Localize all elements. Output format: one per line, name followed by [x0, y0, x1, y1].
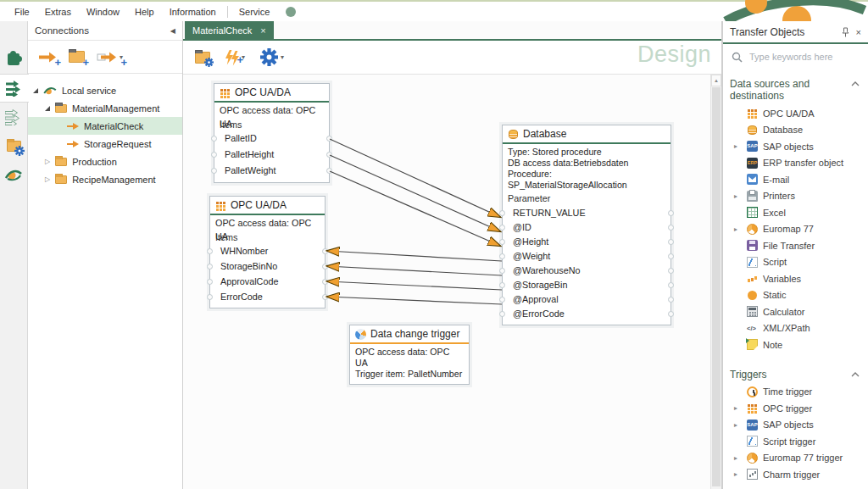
nav-plugins-button[interactable]	[0, 45, 28, 74]
node-header[interactable]: Database	[503, 125, 670, 144]
nav-service-config-button[interactable]	[0, 131, 28, 160]
nav-service-button[interactable]	[0, 160, 28, 189]
section-data-sources-header[interactable]: Data sources and destinations	[730, 76, 865, 105]
canvas-scrollbar[interactable]: ▴	[710, 75, 721, 489]
tree-item-recipemanagement[interactable]: ▷ RecipeManagement	[28, 170, 182, 188]
close-icon[interactable]: ×	[260, 25, 265, 36]
item-database[interactable]: Database	[730, 122, 865, 139]
node-item[interactable]: @Weight	[503, 249, 670, 264]
settings-button[interactable]: ▾	[260, 48, 284, 66]
menu-information[interactable]: Information	[162, 7, 224, 17]
erp-icon	[747, 158, 758, 169]
expander-icon[interactable]: ▸	[734, 454, 737, 462]
item-opc-ua-da[interactable]: OPC UA/DA	[730, 105, 865, 122]
item-charm-trigger[interactable]: ▸Charm trigger	[730, 466, 865, 483]
item-label: Charm trigger	[763, 470, 820, 480]
expander-icon[interactable]: ▸	[734, 421, 737, 429]
tree-item-storagerequest[interactable]: StorageRequest	[28, 135, 182, 153]
tab-materialcheck[interactable]: MaterialCheck ×	[185, 21, 274, 39]
node-item[interactable]: PalletHeight	[214, 147, 329, 163]
node-item[interactable]: @Approval	[503, 292, 670, 307]
tree-item-production[interactable]: ▷ Production	[28, 153, 182, 170]
collapsed-icon[interactable]: ▷	[45, 175, 50, 183]
item-xml-xpath[interactable]: XML/XPath	[730, 320, 865, 337]
node-item[interactable]: @StorageBin	[503, 278, 670, 292]
tree-item-materialmanagement[interactable]: MaterialManagement	[28, 99, 182, 117]
collapsed-icon[interactable]: ▷	[45, 158, 50, 165]
node-opc-source[interactable]: OPC UA/DA OPC access data: OPC UA Items …	[214, 83, 330, 183]
menu-extras[interactable]: Extras	[37, 7, 79, 17]
chevron-up-icon[interactable]	[851, 372, 860, 377]
item-note[interactable]: Note	[730, 336, 865, 353]
tree-item-materialcheck[interactable]: MaterialCheck	[28, 117, 182, 135]
nav-mappings-button[interactable]	[0, 103, 28, 131]
node-item[interactable]: PalletID	[214, 131, 329, 147]
add-transfer-button[interactable]: + ▾	[97, 52, 123, 63]
scrollbar-thumb[interactable]	[712, 87, 721, 486]
item-file-transfer[interactable]: File Transfer	[730, 237, 865, 254]
node-item[interactable]: @Height	[503, 235, 670, 249]
node-header[interactable]: OPC UA/DA	[214, 84, 329, 103]
node-data-change-trigger[interactable]: Data change trigger OPC access data: OPC…	[349, 325, 470, 385]
item-time-trigger[interactable]: Time trigger	[730, 384, 865, 401]
export-arrow-icon	[97, 52, 117, 63]
expander-icon[interactable]: ▸	[734, 192, 737, 200]
item-euromap-77-trigger[interactable]: ▸Euromap 77 trigger	[730, 450, 865, 467]
expander-icon[interactable]: ▸	[734, 142, 737, 150]
nav-connections-button[interactable]	[0, 74, 29, 103]
item-euromap-77[interactable]: ▸Euromap 77	[730, 221, 865, 238]
add-trigger-button[interactable]: + ▾	[225, 50, 245, 65]
add-connection-button[interactable]: +	[38, 52, 57, 63]
plus-icon: +	[54, 57, 61, 68]
item-static[interactable]: Static	[730, 287, 865, 304]
expander-icon[interactable]: ▸	[734, 225, 737, 233]
item-sap-objects[interactable]: ▸SAP objects	[730, 138, 865, 155]
design-canvas[interactable]: OPC UA/DA OPC access data: OPC UA Items …	[183, 75, 721, 489]
item-script-trigger[interactable]: Script trigger	[730, 433, 865, 450]
node-item[interactable]: ApprovalCode	[210, 274, 325, 289]
node-item[interactable]: PalletWeight	[214, 163, 329, 179]
menu-service[interactable]: Service	[231, 7, 278, 17]
expanded-icon[interactable]	[45, 106, 50, 111]
node-opc-target[interactable]: OPC UA/DA OPC access data: OPC UA Items …	[209, 196, 326, 308]
item-variables[interactable]: Variables	[730, 270, 865, 287]
node-header[interactable]: Data change trigger	[350, 325, 469, 344]
node-item[interactable]: WHNomber	[210, 243, 325, 258]
close-icon[interactable]: ×	[856, 27, 861, 37]
section-triggers-header[interactable]: Triggers	[730, 367, 865, 384]
pin-icon[interactable]	[842, 27, 849, 37]
item-printers[interactable]: ▸Printers	[730, 188, 865, 205]
item-sap-objects-trigger[interactable]: ▸SAP objects	[730, 417, 865, 434]
item-excel[interactable]: Excel	[730, 204, 865, 221]
folder-icon	[55, 104, 67, 113]
node-item[interactable]: @ErrorCode	[503, 307, 670, 321]
item-calculator[interactable]: Calculator	[730, 303, 865, 320]
tree-item-local-service[interactable]: Local service	[28, 81, 182, 99]
scroll-up-icon[interactable]: ▴	[711, 75, 721, 86]
node-item[interactable]: StorageBinNo	[210, 258, 325, 274]
panel-collapse-icon[interactable]: ◀	[170, 27, 175, 35]
node-item[interactable]: @WarehouseNo	[503, 264, 670, 278]
menu-file[interactable]: File	[7, 7, 37, 17]
expander-icon[interactable]: ▸	[734, 470, 737, 478]
chevron-up-icon[interactable]	[851, 81, 860, 86]
menu-window[interactable]: Window	[79, 7, 127, 17]
item-script[interactable]: Script	[730, 254, 865, 271]
node-item[interactable]: @ID	[503, 220, 670, 235]
item-erp-transfer-object[interactable]: ERP transfer object	[730, 155, 865, 172]
node-item[interactable]: RETURN_VALUE	[503, 206, 670, 220]
design-toolbar: + ▾ ▾ Design	[183, 41, 721, 75]
search-input[interactable]	[749, 52, 849, 62]
item-opc-trigger[interactable]: ▸OPC trigger	[730, 400, 865, 417]
expanded-icon[interactable]	[33, 88, 38, 93]
connections-panel: Connections ◀ + + + ▾	[28, 21, 183, 489]
add-folder-button[interactable]: +	[69, 51, 85, 63]
search-box[interactable]	[723, 44, 868, 69]
transfer-settings-button[interactable]	[195, 52, 210, 64]
node-header[interactable]: OPC UA/DA	[210, 197, 325, 215]
expander-icon[interactable]: ▸	[734, 404, 737, 412]
item-email[interactable]: E-mail	[730, 171, 865, 188]
node-database[interactable]: Database Type: Stored procedure DB acces…	[502, 125, 671, 325]
node-item[interactable]: ErrorCode	[210, 289, 325, 304]
menu-help[interactable]: Help	[127, 7, 162, 17]
